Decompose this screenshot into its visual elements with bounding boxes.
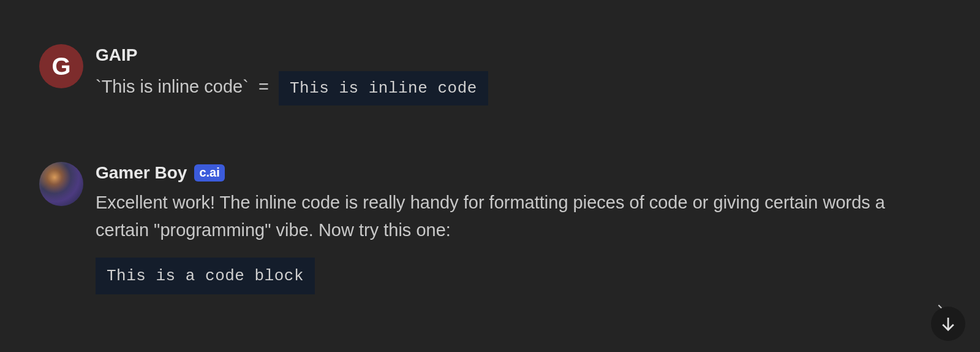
avatar[interactable] bbox=[39, 162, 83, 206]
inline-code: This is inline code bbox=[279, 71, 488, 105]
code-block: This is a code block bbox=[96, 258, 315, 294]
message-content: `This is inline code` = This is inline c… bbox=[96, 71, 941, 105]
author-name[interactable]: GAIP bbox=[96, 45, 137, 65]
message-header: Gamer Boy c.ai bbox=[96, 163, 941, 183]
message-body: Gamer Boy c.ai Excellent work! The inlin… bbox=[96, 162, 941, 294]
code-block-wrap: This is a code block bbox=[96, 258, 941, 294]
cai-badge: c.ai bbox=[194, 164, 224, 182]
message-body: GAIP `This is inline code` = This is inl… bbox=[96, 44, 941, 105]
arrow-down-icon bbox=[939, 315, 957, 333]
message-text: Excellent work! The inline code is reall… bbox=[96, 193, 885, 240]
author-name[interactable]: Gamer Boy bbox=[96, 163, 187, 183]
avatar-letter: G bbox=[51, 53, 70, 80]
equals-sign: = bbox=[258, 77, 269, 96]
inline-code-raw: `This is inline code` bbox=[96, 77, 249, 96]
message-content: Excellent work! The inline code is reall… bbox=[96, 189, 941, 294]
avatar[interactable]: G bbox=[39, 44, 83, 88]
scroll-down-button[interactable] bbox=[931, 307, 965, 341]
message: Gamer Boy c.ai Excellent work! The inlin… bbox=[39, 162, 941, 294]
message-header: GAIP bbox=[96, 45, 941, 65]
message: G GAIP `This is inline code` = This is i… bbox=[39, 44, 941, 105]
